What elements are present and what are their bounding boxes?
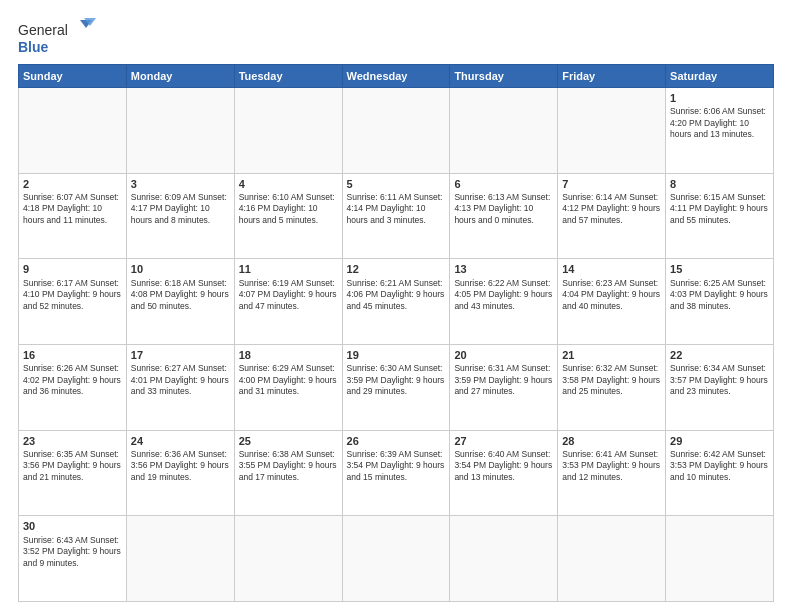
header: General Blue [18, 18, 774, 56]
calendar-week-1: 1Sunrise: 6:06 AM Sunset: 4:20 PM Daylig… [19, 88, 774, 174]
day-info: Sunrise: 6:42 AM Sunset: 3:53 PM Dayligh… [670, 449, 769, 483]
day-number: 22 [670, 348, 769, 362]
day-info: Sunrise: 6:10 AM Sunset: 4:16 PM Dayligh… [239, 192, 338, 226]
calendar-header-row: SundayMondayTuesdayWednesdayThursdayFrid… [19, 65, 774, 88]
day-info: Sunrise: 6:39 AM Sunset: 3:54 PM Dayligh… [347, 449, 446, 483]
calendar-week-3: 9Sunrise: 6:17 AM Sunset: 4:10 PM Daylig… [19, 259, 774, 345]
day-number: 21 [562, 348, 661, 362]
calendar-cell: 23Sunrise: 6:35 AM Sunset: 3:56 PM Dayli… [19, 430, 127, 516]
calendar-cell: 9Sunrise: 6:17 AM Sunset: 4:10 PM Daylig… [19, 259, 127, 345]
calendar-cell [342, 516, 450, 602]
calendar-cell: 4Sunrise: 6:10 AM Sunset: 4:16 PM Daylig… [234, 173, 342, 259]
calendar-cell [450, 88, 558, 174]
calendar-cell: 20Sunrise: 6:31 AM Sunset: 3:59 PM Dayli… [450, 344, 558, 430]
logo: General Blue [18, 18, 98, 56]
day-info: Sunrise: 6:40 AM Sunset: 3:54 PM Dayligh… [454, 449, 553, 483]
calendar-cell [234, 516, 342, 602]
weekday-header-sunday: Sunday [19, 65, 127, 88]
calendar-cell: 5Sunrise: 6:11 AM Sunset: 4:14 PM Daylig… [342, 173, 450, 259]
calendar-cell: 11Sunrise: 6:19 AM Sunset: 4:07 PM Dayli… [234, 259, 342, 345]
calendar-week-2: 2Sunrise: 6:07 AM Sunset: 4:18 PM Daylig… [19, 173, 774, 259]
day-info: Sunrise: 6:21 AM Sunset: 4:06 PM Dayligh… [347, 278, 446, 312]
day-info: Sunrise: 6:18 AM Sunset: 4:08 PM Dayligh… [131, 278, 230, 312]
weekday-header-wednesday: Wednesday [342, 65, 450, 88]
calendar-cell: 24Sunrise: 6:36 AM Sunset: 3:56 PM Dayli… [126, 430, 234, 516]
calendar-cell [450, 516, 558, 602]
day-info: Sunrise: 6:35 AM Sunset: 3:56 PM Dayligh… [23, 449, 122, 483]
calendar-cell: 6Sunrise: 6:13 AM Sunset: 4:13 PM Daylig… [450, 173, 558, 259]
calendar-cell: 26Sunrise: 6:39 AM Sunset: 3:54 PM Dayli… [342, 430, 450, 516]
day-number: 14 [562, 262, 661, 276]
weekday-header-monday: Monday [126, 65, 234, 88]
calendar-cell: 12Sunrise: 6:21 AM Sunset: 4:06 PM Dayli… [342, 259, 450, 345]
day-info: Sunrise: 6:07 AM Sunset: 4:18 PM Dayligh… [23, 192, 122, 226]
day-number: 25 [239, 434, 338, 448]
day-info: Sunrise: 6:43 AM Sunset: 3:52 PM Dayligh… [23, 535, 122, 569]
calendar-cell: 8Sunrise: 6:15 AM Sunset: 4:11 PM Daylig… [666, 173, 774, 259]
day-number: 16 [23, 348, 122, 362]
day-info: Sunrise: 6:19 AM Sunset: 4:07 PM Dayligh… [239, 278, 338, 312]
calendar-cell: 14Sunrise: 6:23 AM Sunset: 4:04 PM Dayli… [558, 259, 666, 345]
calendar-cell: 3Sunrise: 6:09 AM Sunset: 4:17 PM Daylig… [126, 173, 234, 259]
weekday-header-saturday: Saturday [666, 65, 774, 88]
weekday-header-thursday: Thursday [450, 65, 558, 88]
calendar-cell: 29Sunrise: 6:42 AM Sunset: 3:53 PM Dayli… [666, 430, 774, 516]
page: General Blue SundayMondayTuesdayWednesda… [0, 0, 792, 612]
day-info: Sunrise: 6:29 AM Sunset: 4:00 PM Dayligh… [239, 363, 338, 397]
calendar-cell [558, 516, 666, 602]
calendar-cell: 30Sunrise: 6:43 AM Sunset: 3:52 PM Dayli… [19, 516, 127, 602]
day-number: 13 [454, 262, 553, 276]
calendar-week-6: 30Sunrise: 6:43 AM Sunset: 3:52 PM Dayli… [19, 516, 774, 602]
calendar-cell: 18Sunrise: 6:29 AM Sunset: 4:00 PM Dayli… [234, 344, 342, 430]
day-number: 10 [131, 262, 230, 276]
day-info: Sunrise: 6:06 AM Sunset: 4:20 PM Dayligh… [670, 106, 769, 140]
day-info: Sunrise: 6:32 AM Sunset: 3:58 PM Dayligh… [562, 363, 661, 397]
calendar-cell [342, 88, 450, 174]
generalblue-logo-icon: General Blue [18, 18, 98, 56]
calendar-cell: 10Sunrise: 6:18 AM Sunset: 4:08 PM Dayli… [126, 259, 234, 345]
day-number: 24 [131, 434, 230, 448]
day-info: Sunrise: 6:38 AM Sunset: 3:55 PM Dayligh… [239, 449, 338, 483]
day-number: 7 [562, 177, 661, 191]
svg-text:Blue: Blue [18, 39, 49, 55]
day-info: Sunrise: 6:14 AM Sunset: 4:12 PM Dayligh… [562, 192, 661, 226]
day-number: 6 [454, 177, 553, 191]
day-info: Sunrise: 6:13 AM Sunset: 4:13 PM Dayligh… [454, 192, 553, 226]
day-info: Sunrise: 6:23 AM Sunset: 4:04 PM Dayligh… [562, 278, 661, 312]
calendar-cell: 25Sunrise: 6:38 AM Sunset: 3:55 PM Dayli… [234, 430, 342, 516]
day-info: Sunrise: 6:17 AM Sunset: 4:10 PM Dayligh… [23, 278, 122, 312]
day-number: 28 [562, 434, 661, 448]
calendar-cell: 16Sunrise: 6:26 AM Sunset: 4:02 PM Dayli… [19, 344, 127, 430]
day-info: Sunrise: 6:30 AM Sunset: 3:59 PM Dayligh… [347, 363, 446, 397]
calendar-cell [19, 88, 127, 174]
calendar-cell: 1Sunrise: 6:06 AM Sunset: 4:20 PM Daylig… [666, 88, 774, 174]
calendar-cell: 7Sunrise: 6:14 AM Sunset: 4:12 PM Daylig… [558, 173, 666, 259]
day-number: 3 [131, 177, 230, 191]
calendar-cell: 27Sunrise: 6:40 AM Sunset: 3:54 PM Dayli… [450, 430, 558, 516]
day-info: Sunrise: 6:15 AM Sunset: 4:11 PM Dayligh… [670, 192, 769, 226]
calendar-table: SundayMondayTuesdayWednesdayThursdayFrid… [18, 64, 774, 602]
calendar-cell [126, 516, 234, 602]
day-number: 9 [23, 262, 122, 276]
calendar-cell: 19Sunrise: 6:30 AM Sunset: 3:59 PM Dayli… [342, 344, 450, 430]
day-info: Sunrise: 6:34 AM Sunset: 3:57 PM Dayligh… [670, 363, 769, 397]
day-info: Sunrise: 6:41 AM Sunset: 3:53 PM Dayligh… [562, 449, 661, 483]
day-info: Sunrise: 6:25 AM Sunset: 4:03 PM Dayligh… [670, 278, 769, 312]
day-number: 17 [131, 348, 230, 362]
day-number: 23 [23, 434, 122, 448]
calendar-cell: 2Sunrise: 6:07 AM Sunset: 4:18 PM Daylig… [19, 173, 127, 259]
calendar-cell: 17Sunrise: 6:27 AM Sunset: 4:01 PM Dayli… [126, 344, 234, 430]
svg-text:General: General [18, 22, 68, 38]
day-info: Sunrise: 6:11 AM Sunset: 4:14 PM Dayligh… [347, 192, 446, 226]
day-info: Sunrise: 6:36 AM Sunset: 3:56 PM Dayligh… [131, 449, 230, 483]
calendar-cell [666, 516, 774, 602]
calendar-cell [126, 88, 234, 174]
day-number: 27 [454, 434, 553, 448]
calendar-cell: 15Sunrise: 6:25 AM Sunset: 4:03 PM Dayli… [666, 259, 774, 345]
calendar-week-5: 23Sunrise: 6:35 AM Sunset: 3:56 PM Dayli… [19, 430, 774, 516]
day-number: 19 [347, 348, 446, 362]
day-number: 8 [670, 177, 769, 191]
day-info: Sunrise: 6:31 AM Sunset: 3:59 PM Dayligh… [454, 363, 553, 397]
day-number: 18 [239, 348, 338, 362]
day-number: 5 [347, 177, 446, 191]
